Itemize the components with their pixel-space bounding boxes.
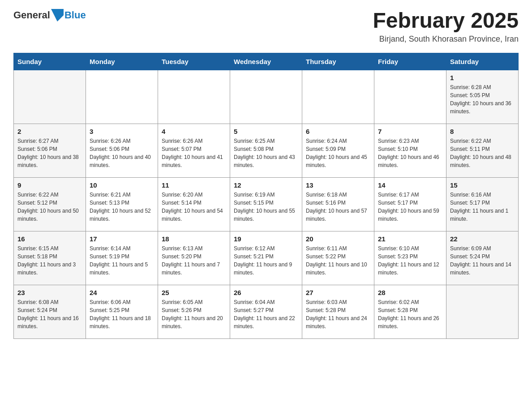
svg-marker-0: [51, 9, 64, 21]
day-number: 25: [162, 289, 226, 296]
day-number: 2: [17, 128, 82, 135]
day-info: Sunrise: 6:27 AMSunset: 5:06 PMDaylight:…: [17, 137, 82, 169]
day-number: 20: [306, 235, 370, 243]
day-info: Sunrise: 6:24 AMSunset: 5:09 PMDaylight:…: [306, 137, 370, 169]
col-sunday: Sunday: [14, 53, 86, 70]
day-number: 23: [17, 289, 82, 296]
title-block: February 2025 Birjand, South Khorasan Pr…: [373, 9, 519, 44]
calendar-cell: 21Sunrise: 6:10 AMSunset: 5:23 PMDayligh…: [374, 231, 446, 285]
day-number: 28: [378, 289, 442, 296]
calendar-cell: 25Sunrise: 6:05 AMSunset: 5:26 PMDayligh…: [158, 285, 230, 338]
day-info: Sunrise: 6:22 AMSunset: 5:11 PMDaylight:…: [450, 137, 515, 169]
day-info: Sunrise: 6:28 AMSunset: 5:05 PMDaylight:…: [450, 83, 515, 116]
day-number: 18: [162, 235, 226, 243]
day-info: Sunrise: 6:15 AMSunset: 5:18 PMDaylight:…: [17, 244, 82, 277]
calendar-header-row: Sunday Monday Tuesday Wednesday Thursday…: [14, 53, 519, 70]
day-info: Sunrise: 6:17 AMSunset: 5:17 PMDaylight:…: [378, 191, 442, 223]
day-info: Sunrise: 6:21 AMSunset: 5:13 PMDaylight:…: [90, 191, 154, 223]
day-number: 15: [450, 181, 515, 189]
day-number: 13: [306, 181, 370, 189]
calendar-table: Sunday Monday Tuesday Wednesday Thursday…: [13, 53, 519, 339]
calendar-week-row: 1Sunrise: 6:28 AMSunset: 5:05 PMDaylight…: [14, 70, 519, 124]
day-number: 7: [378, 128, 442, 135]
day-number: 9: [17, 181, 82, 189]
day-info: Sunrise: 6:06 AMSunset: 5:25 PMDaylight:…: [90, 298, 154, 330]
logo-general: General: [13, 9, 50, 21]
day-info: Sunrise: 6:10 AMSunset: 5:23 PMDaylight:…: [378, 244, 442, 277]
day-info: Sunrise: 6:03 AMSunset: 5:28 PMDaylight:…: [306, 298, 370, 330]
calendar-cell: 6Sunrise: 6:24 AMSunset: 5:09 PMDaylight…: [302, 124, 374, 177]
day-number: 14: [378, 181, 442, 189]
day-info: Sunrise: 6:19 AMSunset: 5:15 PMDaylight:…: [234, 191, 298, 223]
calendar-cell: 14Sunrise: 6:17 AMSunset: 5:17 PMDayligh…: [374, 177, 446, 231]
calendar-week-row: 23Sunrise: 6:08 AMSunset: 5:24 PMDayligh…: [14, 285, 519, 338]
day-info: Sunrise: 6:09 AMSunset: 5:24 PMDaylight:…: [450, 244, 515, 277]
calendar-cell: 5Sunrise: 6:25 AMSunset: 5:08 PMDaylight…: [230, 124, 302, 177]
day-number: 8: [450, 128, 515, 135]
calendar-cell: [158, 70, 230, 124]
calendar-cell: [374, 70, 446, 124]
day-info: Sunrise: 6:26 AMSunset: 5:06 PMDaylight:…: [90, 137, 154, 169]
calendar-cell: 12Sunrise: 6:19 AMSunset: 5:15 PMDayligh…: [230, 177, 302, 231]
day-info: Sunrise: 6:22 AMSunset: 5:12 PMDaylight:…: [17, 191, 82, 223]
day-info: Sunrise: 6:12 AMSunset: 5:21 PMDaylight:…: [234, 244, 298, 277]
day-number: 26: [234, 289, 298, 296]
day-info: Sunrise: 6:05 AMSunset: 5:26 PMDaylight:…: [162, 298, 226, 330]
day-info: Sunrise: 6:11 AMSunset: 5:22 PMDaylight:…: [306, 244, 370, 277]
month-title: February 2025: [373, 9, 519, 33]
day-number: 24: [90, 289, 154, 296]
col-thursday: Thursday: [302, 53, 374, 70]
day-number: 1: [450, 74, 515, 81]
logo-icon: [51, 9, 64, 21]
day-number: 16: [17, 235, 82, 243]
calendar-cell: 13Sunrise: 6:18 AMSunset: 5:16 PMDayligh…: [302, 177, 374, 231]
calendar-cell: 17Sunrise: 6:14 AMSunset: 5:19 PMDayligh…: [86, 231, 158, 285]
calendar-cell: 16Sunrise: 6:15 AMSunset: 5:18 PMDayligh…: [14, 231, 86, 285]
calendar-cell: 26Sunrise: 6:04 AMSunset: 5:27 PMDayligh…: [230, 285, 302, 338]
calendar-cell: [14, 70, 86, 124]
calendar-week-row: 16Sunrise: 6:15 AMSunset: 5:18 PMDayligh…: [14, 231, 519, 285]
calendar-cell: 10Sunrise: 6:21 AMSunset: 5:13 PMDayligh…: [86, 177, 158, 231]
col-saturday: Saturday: [446, 53, 519, 70]
calendar-cell: 22Sunrise: 6:09 AMSunset: 5:24 PMDayligh…: [446, 231, 519, 285]
calendar-cell: 23Sunrise: 6:08 AMSunset: 5:24 PMDayligh…: [14, 285, 86, 338]
calendar-cell: 20Sunrise: 6:11 AMSunset: 5:22 PMDayligh…: [302, 231, 374, 285]
col-friday: Friday: [374, 53, 446, 70]
calendar-cell: 24Sunrise: 6:06 AMSunset: 5:25 PMDayligh…: [86, 285, 158, 338]
calendar-cell: 27Sunrise: 6:03 AMSunset: 5:28 PMDayligh…: [302, 285, 374, 338]
day-info: Sunrise: 6:18 AMSunset: 5:16 PMDaylight:…: [306, 191, 370, 223]
day-info: Sunrise: 6:04 AMSunset: 5:27 PMDaylight:…: [234, 298, 298, 330]
day-info: Sunrise: 6:23 AMSunset: 5:10 PMDaylight:…: [378, 137, 442, 169]
day-info: Sunrise: 6:20 AMSunset: 5:14 PMDaylight:…: [162, 191, 226, 223]
calendar-cell: 8Sunrise: 6:22 AMSunset: 5:11 PMDaylight…: [446, 124, 519, 177]
day-number: 10: [90, 181, 154, 189]
day-info: Sunrise: 6:13 AMSunset: 5:20 PMDaylight:…: [162, 244, 226, 277]
logo-blue: Blue: [64, 9, 86, 21]
calendar-cell: [446, 285, 519, 338]
day-number: 19: [234, 235, 298, 243]
calendar-cell: 2Sunrise: 6:27 AMSunset: 5:06 PMDaylight…: [14, 124, 86, 177]
day-number: 22: [450, 235, 515, 243]
calendar-cell: 28Sunrise: 6:02 AMSunset: 5:28 PMDayligh…: [374, 285, 446, 338]
day-info: Sunrise: 6:25 AMSunset: 5:08 PMDaylight:…: [234, 137, 298, 169]
day-info: Sunrise: 6:26 AMSunset: 5:07 PMDaylight:…: [162, 137, 226, 169]
calendar-cell: [86, 70, 158, 124]
page-header: General Blue February 2025 Birjand, Sout…: [13, 9, 519, 44]
calendar-cell: 11Sunrise: 6:20 AMSunset: 5:14 PMDayligh…: [158, 177, 230, 231]
calendar-cell: 3Sunrise: 6:26 AMSunset: 5:06 PMDaylight…: [86, 124, 158, 177]
day-number: 5: [234, 128, 298, 135]
calendar-cell: 19Sunrise: 6:12 AMSunset: 5:21 PMDayligh…: [230, 231, 302, 285]
calendar-cell: [230, 70, 302, 124]
day-number: 27: [306, 289, 370, 296]
col-tuesday: Tuesday: [158, 53, 230, 70]
col-wednesday: Wednesday: [230, 53, 302, 70]
day-number: 3: [90, 128, 154, 135]
day-number: 4: [162, 128, 226, 135]
day-number: 12: [234, 181, 298, 189]
day-info: Sunrise: 6:08 AMSunset: 5:24 PMDaylight:…: [17, 298, 82, 330]
day-info: Sunrise: 6:14 AMSunset: 5:19 PMDaylight:…: [90, 244, 154, 277]
logo: General Blue: [13, 9, 86, 21]
day-info: Sunrise: 6:16 AMSunset: 5:17 PMDaylight:…: [450, 191, 515, 223]
calendar-cell: 9Sunrise: 6:22 AMSunset: 5:12 PMDaylight…: [14, 177, 86, 231]
day-info: Sunrise: 6:02 AMSunset: 5:28 PMDaylight:…: [378, 298, 442, 330]
